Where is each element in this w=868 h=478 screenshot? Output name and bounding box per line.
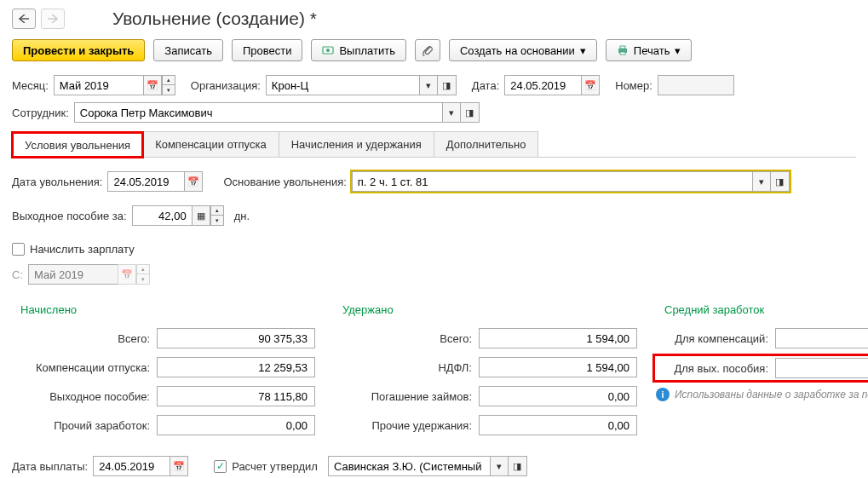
withheld-title: Удержано xyxy=(334,303,637,316)
severance-label: Выходное пособие: xyxy=(12,390,157,403)
month-label: Месяц: xyxy=(12,79,49,92)
for-sev-input[interactable] xyxy=(775,358,868,378)
number-label: Номер: xyxy=(615,79,652,92)
accrue-salary-checkbox[interactable] xyxy=(12,243,25,256)
forward-button[interactable] xyxy=(41,9,65,29)
dropdown-button[interactable]: ▾ xyxy=(490,456,509,476)
post-and-close-button[interactable]: Провести и закрыть xyxy=(12,39,145,61)
dropdown-button[interactable]: ▾ xyxy=(419,75,438,95)
other-ded-label: Прочие удержания: xyxy=(334,419,479,432)
basis-input[interactable] xyxy=(352,171,752,192)
chevron-down-icon: ▾ xyxy=(675,44,681,57)
create-based-button[interactable]: Создать на основании ▾ xyxy=(449,39,597,61)
calendar-icon: 📅 xyxy=(118,264,136,285)
open-button[interactable]: ◨ xyxy=(771,171,790,192)
severance-input[interactable] xyxy=(157,386,315,406)
for-comp-input[interactable] xyxy=(775,328,868,348)
calendar-icon[interactable]: 📅 xyxy=(184,171,203,192)
org-label: Организация: xyxy=(191,79,261,92)
days-unit-label: дн. xyxy=(234,210,250,222)
vacation-comp-label: Компенсации отпуска: xyxy=(12,361,157,374)
from-input xyxy=(28,264,118,285)
days-down-button[interactable]: ▾ xyxy=(210,216,224,226)
print-button[interactable]: Печать ▾ xyxy=(606,39,693,61)
approver-input[interactable] xyxy=(328,456,490,476)
date-input[interactable] xyxy=(504,75,581,95)
svg-rect-4 xyxy=(620,52,625,55)
svg-point-1 xyxy=(326,49,330,52)
pay-date-input[interactable] xyxy=(93,456,170,476)
month-up-button[interactable]: ▴ xyxy=(162,75,175,85)
employee-label: Сотрудник: xyxy=(12,107,69,119)
avg-earnings-title: Средний заработок xyxy=(656,303,868,316)
open-button[interactable]: ◨ xyxy=(461,102,480,123)
chevron-down-icon: ▾ xyxy=(580,44,586,57)
month-input[interactable] xyxy=(54,75,143,95)
from-down-button: ▾ xyxy=(136,274,150,285)
w-total-input[interactable] xyxy=(479,328,637,348)
info-text: Использованы данные о заработке за перио… xyxy=(675,389,868,400)
svg-rect-3 xyxy=(620,46,625,49)
number-input xyxy=(658,75,734,95)
dropdown-button[interactable]: ▾ xyxy=(752,171,771,192)
ndfl-label: НДФЛ: xyxy=(334,361,479,374)
loan-input[interactable] xyxy=(479,386,637,406)
pay-date-label: Дата выплаты: xyxy=(12,460,88,473)
org-input[interactable] xyxy=(266,75,419,95)
accrued-title: Начислено xyxy=(12,303,315,316)
total-input[interactable] xyxy=(157,328,315,348)
approved-checkbox[interactable]: ✓ xyxy=(214,460,227,473)
employee-input[interactable] xyxy=(74,102,442,123)
from-label: С: xyxy=(12,268,23,281)
other-ded-input[interactable] xyxy=(479,415,637,435)
month-down-button[interactable]: ▾ xyxy=(162,85,175,95)
tab-additional[interactable]: Дополнительно xyxy=(434,131,539,157)
other-income-label: Прочий заработок: xyxy=(12,419,157,432)
basis-label: Основание увольнения: xyxy=(223,176,346,188)
dismissal-date-input[interactable] xyxy=(107,171,184,192)
calculator-icon[interactable]: ▦ xyxy=(192,205,210,226)
pay-icon xyxy=(322,45,334,55)
date-label: Дата: xyxy=(472,79,499,92)
open-button[interactable]: ◨ xyxy=(438,75,457,95)
for-sev-label: Для вых. пособия: xyxy=(656,362,775,375)
create-based-label: Создать на основании xyxy=(460,44,575,57)
pay-label: Выплатить xyxy=(339,44,395,57)
post-button[interactable]: Провести xyxy=(232,39,303,61)
for-comp-label: Для компенсаций: xyxy=(656,332,775,345)
printer-icon xyxy=(617,45,629,55)
info-icon: i xyxy=(656,388,670,401)
tab-accruals[interactable]: Начисления и удержания xyxy=(279,131,434,157)
loan-label: Погашение займов: xyxy=(334,390,479,403)
approved-label: Расчет утвердил xyxy=(232,460,318,473)
from-up-button: ▴ xyxy=(136,264,150,274)
open-button[interactable]: ◨ xyxy=(509,456,527,476)
w-total-label: Всего: xyxy=(334,332,479,345)
severance-days-input[interactable] xyxy=(132,205,192,226)
calendar-icon[interactable]: 📅 xyxy=(581,75,600,95)
page-title: Увольнение (создание) * xyxy=(112,9,317,29)
dismissal-date-label: Дата увольнения: xyxy=(12,176,102,188)
dropdown-button[interactable]: ▾ xyxy=(442,102,461,123)
ndfl-input[interactable] xyxy=(479,357,637,377)
attach-button[interactable] xyxy=(415,39,440,61)
total-label: Всего: xyxy=(12,332,157,345)
accrue-salary-label: Начислить зарплату xyxy=(30,243,135,256)
write-button[interactable]: Записать xyxy=(153,39,223,61)
calendar-icon[interactable]: 📅 xyxy=(170,456,188,476)
severance-days-label: Выходное пособие за: xyxy=(12,210,127,222)
pay-button[interactable]: Выплатить xyxy=(311,39,406,61)
calendar-icon[interactable]: 📅 xyxy=(143,75,162,95)
other-income-input[interactable] xyxy=(157,415,315,435)
vacation-comp-input[interactable] xyxy=(157,357,315,377)
print-label: Печать xyxy=(634,44,670,57)
tab-conditions[interactable]: Условия увольнения xyxy=(12,132,143,158)
paperclip-icon xyxy=(422,44,434,56)
days-up-button[interactable]: ▴ xyxy=(210,205,224,216)
back-button[interactable] xyxy=(12,9,36,29)
tab-vacation-comp[interactable]: Компенсации отпуска xyxy=(142,131,279,157)
